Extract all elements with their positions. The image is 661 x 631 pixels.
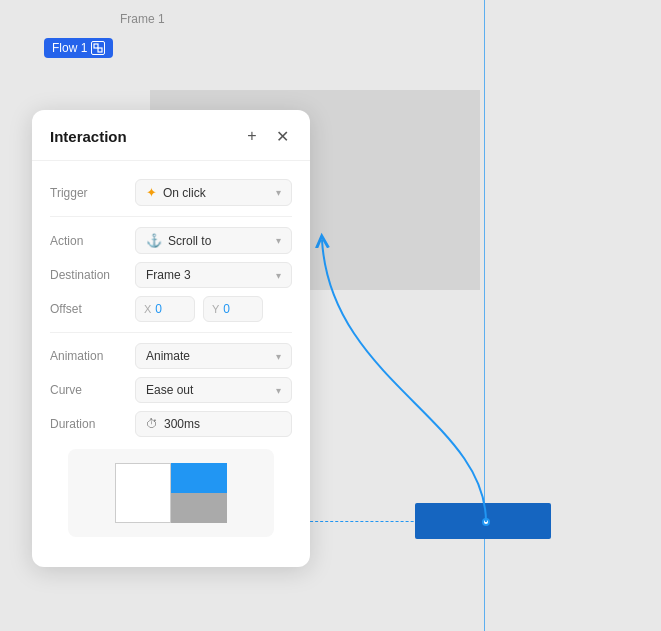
interaction-panel: Interaction + ✕ Trigger ✦ On click ▾ [32, 110, 310, 567]
trigger-row: Trigger ✦ On click ▾ [50, 179, 292, 206]
trigger-value: On click [163, 186, 206, 200]
animation-preview [68, 449, 274, 537]
close-panel-button[interactable]: ✕ [272, 126, 292, 146]
action-select[interactable]: ⚓ Scroll to ▾ [135, 227, 292, 254]
destination-row: Destination Frame 3 ▾ [50, 262, 292, 288]
animation-value: Animate [146, 349, 190, 363]
offset-y-label: Y [212, 303, 219, 315]
panel-title: Interaction [50, 128, 127, 145]
action-chevron-icon: ▾ [276, 235, 281, 246]
trigger-chevron-icon: ▾ [276, 187, 281, 198]
destination-chevron-icon: ▾ [276, 270, 281, 281]
action-label: Action [50, 234, 135, 248]
preview-blue-box [171, 463, 227, 493]
svg-rect-1 [98, 48, 102, 52]
action-value: Scroll to [168, 234, 211, 248]
flow-icon [91, 41, 105, 55]
animation-select[interactable]: Animate ▾ [135, 343, 292, 369]
flow-badge-label: Flow 1 [52, 41, 87, 55]
offset-label: Offset [50, 302, 135, 316]
curve-row: Curve Ease out ▾ [50, 377, 292, 403]
frame-label: Frame 1 [120, 12, 165, 26]
offset-row: Offset X 0 Y 0 [50, 296, 292, 322]
animation-row: Animation Animate ▾ [50, 343, 292, 369]
flow-badge[interactable]: Flow 1 [44, 38, 113, 58]
timer-icon: ⏱ [146, 417, 158, 431]
connection-dot [482, 518, 490, 526]
panel-body: Trigger ✦ On click ▾ Action ⚓ Scroll to … [32, 161, 310, 547]
panel-header: Interaction + ✕ [32, 110, 310, 161]
curve-chevron-icon: ▾ [276, 385, 281, 396]
duration-label: Duration [50, 417, 135, 431]
add-interaction-button[interactable]: + [242, 126, 262, 146]
trigger-icon: ✦ [146, 185, 157, 200]
destination-label: Destination [50, 268, 135, 282]
divider-2 [50, 332, 292, 333]
destination-value: Frame 3 [146, 268, 191, 282]
curve-value: Ease out [146, 383, 193, 397]
action-row: Action ⚓ Scroll to ▾ [50, 227, 292, 254]
animation-label: Animation [50, 349, 135, 363]
offset-y-value: 0 [223, 302, 230, 316]
offset-x-label: X [144, 303, 151, 315]
offset-y-input[interactable]: Y 0 [203, 296, 263, 322]
action-icon: ⚓ [146, 233, 162, 248]
trigger-label: Trigger [50, 186, 135, 200]
offset-x-input[interactable]: X 0 [135, 296, 195, 322]
panel-actions: + ✕ [242, 126, 292, 146]
curve-select[interactable]: Ease out ▾ [135, 377, 292, 403]
trigger-select[interactable]: ✦ On click ▾ [135, 179, 292, 206]
divider-1 [50, 216, 292, 217]
duration-row: Duration ⏱ 300ms [50, 411, 292, 437]
destination-select[interactable]: Frame 3 ▾ [135, 262, 292, 288]
duration-select[interactable]: ⏱ 300ms [135, 411, 292, 437]
curve-label: Curve [50, 383, 135, 397]
preview-before-box [115, 463, 171, 523]
duration-value: 300ms [164, 417, 200, 431]
offset-x-value: 0 [155, 302, 162, 316]
preview-gray-box [171, 493, 227, 523]
animation-chevron-icon: ▾ [276, 351, 281, 362]
